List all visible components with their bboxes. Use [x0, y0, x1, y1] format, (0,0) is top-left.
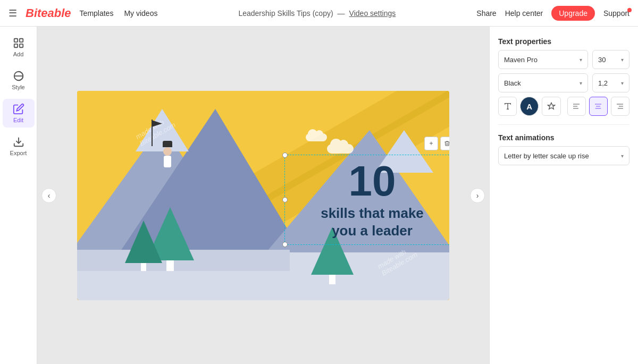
- font-family-select[interactable]: Maven Pro ▾: [498, 50, 588, 69]
- align-center-button[interactable]: [589, 97, 608, 116]
- svg-rect-1: [19, 39, 22, 42]
- cloud-2: [306, 133, 327, 141]
- sidebar-item-style[interactable]: Style: [3, 66, 35, 95]
- hamburger-icon[interactable]: ☰: [9, 7, 17, 19]
- character: [160, 141, 175, 173]
- top-nav: ☰ Biteable Templates My videos Leadershi…: [0, 0, 638, 27]
- text-animations-section: Text animations Letter by letter scale u…: [498, 124, 629, 165]
- sidebar-edit-label: Edit: [13, 117, 23, 123]
- color-row: Black ▾ 1,2 ▾: [498, 73, 629, 92]
- upgrade-button[interactable]: Upgrade: [551, 6, 595, 21]
- canvas-wrapper: ‹: [37, 27, 489, 364]
- animation-select[interactable]: Letter by letter scale up rise ▾: [498, 146, 629, 165]
- sidebar-item-add[interactable]: Add: [3, 33, 35, 62]
- tree-2: [125, 221, 162, 271]
- text-color-button[interactable]: A: [520, 97, 539, 116]
- slide-text: 10 skills that make you a leader: [290, 160, 449, 241]
- sidebar-item-edit[interactable]: Edit: [3, 99, 35, 128]
- help-center-link[interactable]: Help center: [505, 9, 543, 18]
- app-logo: Biteable: [26, 6, 71, 20]
- main-layout: Add Style Edit Export: [0, 27, 638, 364]
- text-style-button[interactable]: [498, 97, 517, 116]
- slide-number: 10: [290, 160, 449, 202]
- color-select[interactable]: Black ▾: [498, 73, 588, 92]
- right-panel: Text properties Maven Pro ▾ 30 ▾ Black ▾: [489, 27, 638, 364]
- font-row: Maven Pro ▾ 30 ▾: [498, 50, 629, 69]
- canvas-area: ‹: [37, 27, 489, 364]
- nav-right: Share Help center Upgrade Support: [476, 6, 629, 21]
- text-properties-section: Text properties Maven Pro ▾ 30 ▾ Black ▾: [498, 37, 629, 116]
- canvas-prev-button[interactable]: ‹: [41, 188, 56, 203]
- canvas-next-button[interactable]: ›: [470, 188, 485, 203]
- align-left-button[interactable]: [567, 97, 586, 116]
- sidebar-style-label: Style: [12, 84, 24, 90]
- canvas-frame[interactable]: made withBiteable.com made withBiteable.…: [77, 91, 449, 300]
- cloud-1: [327, 144, 354, 154]
- slide-subtitle: skills that make you a leader: [290, 205, 449, 241]
- my-videos-link[interactable]: My videos: [124, 9, 157, 18]
- share-link[interactable]: Share: [476, 9, 496, 18]
- video-settings-link[interactable]: Video settings: [349, 9, 396, 18]
- align-right-button[interactable]: [611, 97, 629, 116]
- left-sidebar: Add Style Edit Export: [0, 27, 37, 364]
- font-size-select[interactable]: 30 ▾: [592, 50, 629, 69]
- support-link[interactable]: Support: [603, 9, 629, 18]
- text-properties-title: Text properties: [498, 37, 629, 46]
- sidebar-item-export[interactable]: Export: [3, 132, 35, 160]
- svg-rect-3: [19, 44, 22, 47]
- text-tools-row: A: [498, 97, 629, 116]
- text-highlight-button[interactable]: [542, 97, 560, 116]
- text-animations-title: Text animations: [498, 133, 629, 142]
- sidebar-export-label: Export: [10, 150, 27, 156]
- svg-rect-0: [14, 39, 17, 42]
- nav-links: Templates My videos: [80, 9, 158, 18]
- templates-link[interactable]: Templates: [80, 9, 114, 18]
- video-title: Leadership Skills Tips (copy): [238, 9, 333, 18]
- svg-rect-2: [14, 44, 17, 47]
- nav-center: Leadership Skills Tips (copy) — Video se…: [166, 9, 468, 18]
- sidebar-add-label: Add: [13, 51, 24, 57]
- line-height-select[interactable]: 1,2 ▾: [592, 73, 629, 92]
